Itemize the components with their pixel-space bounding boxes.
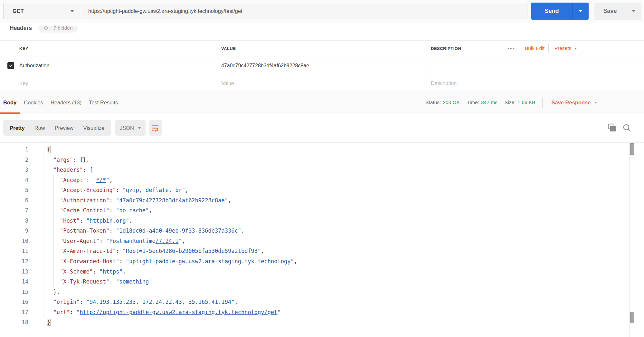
response-tab-test-results[interactable]: Test Results xyxy=(86,91,121,114)
response-tab-cookies[interactable]: Cookies xyxy=(21,91,46,114)
line-number: 5 xyxy=(0,185,28,196)
view-tab-raw[interactable]: Raw xyxy=(30,120,50,136)
code-line: 1{ xyxy=(0,145,644,155)
divider xyxy=(521,44,521,53)
chevron-down-icon xyxy=(579,10,582,12)
save-button-group: Save xyxy=(594,3,641,20)
line-number: 1 xyxy=(0,145,28,155)
column-divider xyxy=(428,56,428,75)
line-content: "headers": { xyxy=(47,165,93,175)
presets-label: Presets xyxy=(554,45,572,51)
line-number: 16 xyxy=(0,297,28,307)
presets-dropdown[interactable]: Presets xyxy=(554,41,577,56)
view-tab-visualize[interactable]: Visualize xyxy=(78,120,109,136)
tab-label: Test Results xyxy=(89,100,118,106)
column-divider xyxy=(16,41,16,56)
column-header-description: DESCRIPTION xyxy=(431,41,461,56)
value-input-placeholder[interactable]: Value xyxy=(221,75,234,92)
headers-table-header: KEY VALUE DESCRIPTION ••• Bulk Edit Pres… xyxy=(0,40,644,56)
code-line: 12 "X-Forwarded-Host": "uptight-paddle-g… xyxy=(0,256,644,267)
scrollbar-thumb[interactable] xyxy=(630,312,634,323)
more-options-icon[interactable]: ••• xyxy=(507,41,516,56)
tab-count: (13) xyxy=(71,100,81,106)
scrollbar-track[interactable] xyxy=(630,143,637,337)
line-number: 10 xyxy=(0,236,28,246)
size-label: Size: xyxy=(505,100,516,105)
headers-table: KEY VALUE DESCRIPTION ••• Bulk Edit Pres… xyxy=(0,40,644,92)
response-body-editor[interactable]: 1{2 "args": {},3 "headers": {4 "Accept":… xyxy=(0,142,644,337)
line-content: } xyxy=(47,317,51,328)
chevron-down-icon xyxy=(138,127,141,129)
code-line: 2 "args": {}, xyxy=(0,155,644,165)
time-value: 347 ms xyxy=(481,100,497,105)
chevron-down-icon xyxy=(632,10,635,12)
code-line: 17 "url": "http://uptight-paddle-gw.usw2… xyxy=(0,307,644,318)
method-url-group: GET https://uptight-paddle-gw.usw2.ara-s… xyxy=(3,3,527,19)
key-input-placeholder[interactable]: Key xyxy=(19,75,28,92)
column-divider xyxy=(428,41,428,56)
response-meta-band: BodyCookiesHeaders (13)Test Results Stat… xyxy=(0,91,644,114)
view-tab-preview[interactable]: Preview xyxy=(50,120,79,136)
line-number: 9 xyxy=(0,226,28,236)
header-row-empty: Key Value Description xyxy=(0,75,644,92)
line-number: 4 xyxy=(0,175,28,186)
code-line: 6 "Authorization": "47a0c79c427728b3df4a… xyxy=(0,196,644,206)
code-line: 14 "X-Tyk-Request": "something" xyxy=(0,277,644,287)
line-number: 14 xyxy=(0,277,28,287)
chevron-down-icon xyxy=(594,102,597,103)
method-dropdown[interactable]: GET xyxy=(4,3,81,19)
line-number: 3 xyxy=(0,165,28,175)
hidden-headers-label: 7 hidden xyxy=(53,26,72,31)
request-bar: GET https://uptight-paddle-gw.usw2.ara-s… xyxy=(0,0,644,23)
send-options-button[interactable] xyxy=(572,3,589,20)
headers-section-title: Headers xyxy=(10,26,32,32)
code-line: 9 "Postman-Token": "1d18dc0d-a4a0-49eb-9… xyxy=(0,226,644,236)
hidden-headers-toggle[interactable]: 7 hidden xyxy=(38,26,78,33)
header-key-cell[interactable]: Authorization xyxy=(19,56,49,75)
column-divider xyxy=(16,56,16,75)
description-input-placeholder[interactable]: Description xyxy=(431,75,457,92)
tab-label: Headers xyxy=(51,100,71,106)
code-line: 15 }, xyxy=(0,287,644,297)
copy-button[interactable] xyxy=(607,123,617,134)
line-content: "Authorization": "47a0c79c427728b3df4af6… xyxy=(47,196,231,206)
save-response-label: Save Response xyxy=(551,100,591,106)
line-content: "Accept-Encoding": "gzip, deflate, br", xyxy=(47,185,188,196)
code-line: 3 "headers": { xyxy=(0,165,644,175)
tab-label: Cookies xyxy=(24,100,43,106)
column-header-key: KEY xyxy=(19,41,28,56)
line-content: "origin": "94.193.135.233, 172.24.22.43,… xyxy=(47,297,238,307)
response-tab-headers[interactable]: Headers (13) xyxy=(47,91,85,114)
column-divider xyxy=(218,41,218,56)
row-enabled-checkbox[interactable] xyxy=(7,62,14,69)
divider xyxy=(548,44,549,53)
time-label: Time: xyxy=(467,100,479,105)
column-header-value: VALUE xyxy=(221,41,236,56)
scrollbar-thumb[interactable] xyxy=(630,143,634,155)
line-number: 8 xyxy=(0,216,28,226)
format-dropdown[interactable]: JSON xyxy=(115,120,146,136)
line-number: 11 xyxy=(0,246,28,256)
response-status-group: Status: 200 OK Time: 347 ms Size: 1.06 K… xyxy=(425,91,597,114)
save-button[interactable]: Save xyxy=(594,3,626,20)
url-input[interactable]: https://uptight-paddle-gw.usw2.ara-stagi… xyxy=(81,3,527,19)
status-label: Status: xyxy=(425,100,441,105)
view-tab-pretty[interactable]: Pretty xyxy=(5,120,30,136)
save-response-dropdown[interactable]: Save Response xyxy=(551,100,597,106)
header-value-cell[interactable]: 47a0c79c427728b3df4af62b9228c8ae xyxy=(221,56,309,75)
code-line: 10 "User-Agent": "PostmanRuntime/7.24.1"… xyxy=(0,236,644,246)
response-tab-body[interactable]: Body xyxy=(0,91,20,114)
bulk-edit-button[interactable]: Bulk Edit xyxy=(525,41,545,56)
wrap-lines-button[interactable] xyxy=(149,120,162,136)
search-button[interactable] xyxy=(622,123,632,134)
save-options-button[interactable] xyxy=(626,3,641,20)
line-content: "X-Amzn-Trace-Id": "Root=1-5ec64286-b290… xyxy=(47,246,264,256)
line-number: 7 xyxy=(0,206,28,216)
copy-icon xyxy=(607,123,617,133)
code-line: 11 "X-Amzn-Trace-Id": "Root=1-5ec64286-b… xyxy=(0,246,644,256)
line-content: "Postman-Token": "1d18dc0d-a4a0-49eb-9f3… xyxy=(47,226,244,236)
line-content: "url": "http://uptight-paddle-gw.usw2.ar… xyxy=(47,307,281,318)
response-body-toolbar: PrettyRawPreviewVisualize JSON xyxy=(0,114,644,142)
send-button[interactable]: Send xyxy=(531,3,572,20)
format-value: JSON xyxy=(120,125,134,131)
